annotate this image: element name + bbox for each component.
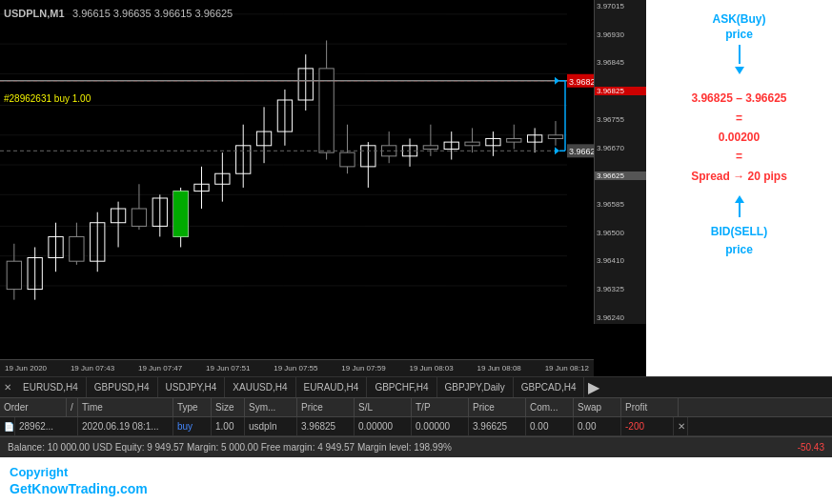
col-time: Time [78,398,173,416]
price-3.96755: 3.96755 [595,115,646,124]
ask-annotation: ASK(Buy)price [713,12,766,74]
chart-header: USDPLN,M1 3.96615 3.96635 3.96615 3.9662… [4,4,233,21]
right-panel: ASK(Buy)price 3.96825 – 3.96625 = 0.0020… [646,0,832,376]
tab-eurusd-h4[interactable]: EURUSD,H4 [15,377,87,397]
cell-tp: 0.00000 [412,417,469,435]
tab-xauusd-h4[interactable]: XAUUSD,H4 [225,377,295,397]
col-price-open: Price [297,398,355,416]
col-symbol: Sym... [245,398,297,416]
cell-order-num: 28962... [15,417,78,435]
trade-label: #28962631 buy 1.00 [4,93,91,104]
cell-order-icon: 📄 [0,417,15,435]
tab-gbpchf-h4[interactable]: GBPCHF,H4 [367,377,436,397]
bid-arrow-line [739,203,741,217]
tab-usdjpy-h4[interactable]: USDJPY,H4 [158,377,226,397]
time-label-1: 19 Jun 2020 [5,364,47,373]
bid-annotation: BID(SELL)price [711,222,767,257]
tab-euraud-h4[interactable]: EURAUD,H4 [296,377,368,397]
col-price-current: Price [469,398,526,416]
copyright-text: Copyright [10,465,822,479]
cell-price-open: 3.96825 [297,417,355,435]
tabs-bar[interactable]: ✕ EURUSD,H4 GBPUSD,H4 USDJPY,H4 XAUUSD,H… [0,376,832,397]
price-3.96325: 3.96325 [595,285,646,293]
orders-header: Order / Time Type Size Sym... Price S/L … [0,398,832,417]
col-size: Size [212,398,245,416]
cell-size: 1.00 [212,417,245,435]
orders-panel: Order / Time Type Size Sym... Price S/L … [0,397,832,436]
col-tp: T/P [412,398,469,416]
price-3.96845: 3.96845 [595,58,646,67]
spread-line3: 0.00200 [719,131,760,144]
tab-gbpjpy-daily[interactable]: GBPJPY,Daily [437,377,514,397]
bid-arrow-up [735,195,744,217]
time-axis: 19 Jun 2020 19 Jun 07:43 19 Jun 07:47 19… [0,359,594,376]
spread-line5: Spread → 20 pips [691,170,787,183]
price-3.96930: 3.96930 [595,30,646,39]
bid-arrowhead-up [735,195,744,203]
col-order: Order [0,398,67,416]
tab-gbpcad-h4[interactable]: GBPCAD,H4 [514,377,585,397]
col-type: Type [173,398,212,416]
col-sl: S/L [355,398,412,416]
tab-scroll-right[interactable]: ▶ [584,378,603,396]
price-3.96500: 3.96500 [595,229,646,237]
time-label-6: 19 Jun 07:59 [341,364,385,373]
time-label-2: 19 Jun 07:43 [71,364,114,373]
cell-profit: -200 [621,417,674,435]
ask-label: ASK(Buy)price [713,12,766,42]
chart-main: USDPLN,M1 3.96615 3.96635 3.96615 3.9662… [0,0,646,376]
cell-time: 2020.06.19 08:1... [78,417,173,435]
time-label-3: 19 Jun 07:47 [138,364,182,373]
price-3.96585: 3.96585 [595,200,646,209]
price-scale-overlay: 3.97015 3.96930 3.96845 3.96825 3.96755 … [594,0,646,324]
col-swap: Swap [574,398,621,416]
chart-area: USDPLN,M1 3.96615 3.96635 3.96615 3.9662… [0,0,832,376]
main-container: USDPLN,M1 3.96615 3.96635 3.96615 3.9662… [0,0,832,504]
cell-symbol: usdpln [245,417,297,435]
time-label-8: 19 Jun 08:08 [477,364,521,373]
price-ask: 3.96825 [595,87,646,95]
cell-commission: 0.00 [526,417,574,435]
site-text: GetKnowTrading.com [10,481,822,496]
time-label-5: 19 Jun 07:55 [274,364,317,373]
col-commission: Com... [526,398,574,416]
chart-symbol: USDPLN,M1 [4,8,65,19]
chart-prices: 3.96615 3.96635 3.96615 3.96625 [72,8,233,19]
time-label-4: 19 Jun 07:51 [206,364,250,373]
cell-close[interactable]: ✕ [674,417,688,435]
ask-arrow [739,45,741,64]
spread-line2: = [736,111,742,125]
cell-swap: 0.00 [574,417,621,435]
tab-close-icon[interactable]: ✕ [0,382,15,393]
price-bid: 3.96625 [595,171,646,180]
col-profit: Profit [621,398,679,416]
chart-canvas [0,0,619,324]
spread-formula: 3.96825 – 3.96625 = 0.00200 = Spread → 2… [691,89,787,186]
price-3.96240: 3.96240 [595,313,646,322]
col-slash: / [67,398,78,416]
time-label-7: 19 Jun 08:03 [409,364,453,373]
bid-label: BID(SELL)price [711,225,767,256]
price-3.96410: 3.96410 [595,256,646,265]
price-3.96670: 3.96670 [595,144,646,152]
cell-sl: 0.00000 [355,417,412,435]
tab-gbpusd-h4[interactable]: GBPUSD,H4 [87,377,158,397]
cell-type: buy [173,417,212,435]
ask-arrowhead [735,67,744,74]
balance-text: Balance: 10 000.00 USD Equity: 9 949.57 … [8,442,452,453]
spread-calculation: 3.96825 – 3.96625 = 0.00200 = Spread → 2… [691,89,787,186]
spread-line1: 3.96825 – 3.96625 [691,91,786,105]
price-3.97015: 3.97015 [595,2,646,10]
balance-bar: Balance: 10 000.00 USD Equity: 9 949.57 … [0,436,832,457]
copyright-area: Copyright GetKnowTrading.com [0,457,832,504]
cell-price-current: 3.96625 [469,417,526,435]
order-row-1: 📄 28962... 2020.06.19 08:1... buy 1.00 u… [0,417,832,436]
time-label-9: 19 Jun 08:12 [545,364,589,373]
balance-profit: -50.43 [798,442,824,453]
spread-line4: = [736,150,742,163]
